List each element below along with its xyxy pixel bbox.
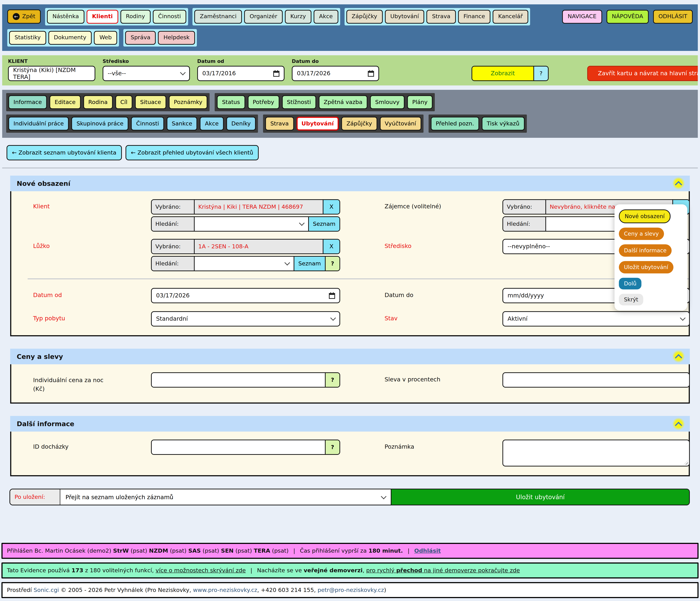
- nav-item-nastenka[interactable]: Nástěnka: [47, 10, 84, 24]
- nav-item-helpdesk[interactable]: Helpdesk: [158, 31, 195, 45]
- tab-potreby[interactable]: Potřeby: [248, 95, 279, 109]
- napoveda-button[interactable]: NÁPOVĚDA: [606, 10, 649, 24]
- nav-item-rodiny[interactable]: Rodiny: [120, 10, 150, 24]
- quickmenu-ceny-a-slevy[interactable]: Ceny a slevy: [619, 228, 664, 240]
- tab-rodina[interactable]: Rodina: [83, 95, 112, 109]
- stredisko-select[interactable]: --vše--: [103, 66, 190, 81]
- tab-plany[interactable]: Plány: [407, 95, 432, 109]
- tab-row-1: Informace Editace Rodina Cíl Situace Poz…: [6, 93, 694, 111]
- resize-handle[interactable]: [684, 460, 688, 465]
- id-dochazky-input[interactable]: [152, 440, 325, 454]
- nav-item-organizer[interactable]: Organizér: [244, 10, 283, 24]
- hiding-options-link[interactable]: více o možnostech skrývání zde: [155, 567, 246, 574]
- tab-deniky[interactable]: Deníky: [226, 116, 256, 130]
- poznamka-textarea[interactable]: [502, 440, 690, 467]
- stav-select[interactable]: Aktivní: [502, 311, 690, 326]
- odhlasit-link[interactable]: Odhlásit: [414, 548, 441, 554]
- cena-help-button[interactable]: ?: [325, 373, 340, 387]
- section-header: Nové obsazení: [10, 176, 690, 191]
- tab-stiznosti[interactable]: Stížnosti: [282, 95, 316, 109]
- klient-input[interactable]: Kristýna (Kiki) [NZDM TERA]: [8, 66, 95, 81]
- nav-item-kurzy[interactable]: Kurzy: [285, 10, 311, 24]
- tab-prehled-pozn[interactable]: Přehled pozn.: [431, 116, 479, 130]
- klient-clear-button[interactable]: X: [323, 200, 340, 214]
- tab-strava[interactable]: Strava: [265, 116, 294, 130]
- collapse-icon[interactable]: [672, 177, 685, 189]
- tab-smlouvy[interactable]: Smlouvy: [370, 95, 405, 109]
- typ-pobytu-select[interactable]: Standardní: [151, 311, 340, 326]
- tab-status[interactable]: Status: [217, 95, 245, 109]
- quickmenu-dalsi-informace[interactable]: Další informace: [619, 244, 672, 257]
- nav-item-ubytovani[interactable]: Ubytování: [385, 10, 424, 24]
- po-ulozeni-select[interactable]: Přejít na seznam uložených záznamů: [60, 489, 391, 505]
- typ-pobytu-field-label: Typ pobytu: [33, 311, 151, 321]
- ulozit-ubytovani-button[interactable]: Uložit ubytování: [391, 489, 689, 505]
- tab-cinnosti[interactable]: Činnosti: [131, 116, 164, 130]
- tab-individualni-prace[interactable]: Individuální práce: [8, 116, 69, 130]
- tab-skupinova-prace[interactable]: Skupinová práce: [72, 116, 129, 130]
- datum-od-input[interactable]: 03/17/2016: [197, 66, 284, 81]
- luzko-search-select[interactable]: [195, 257, 294, 270]
- tab-poznamky[interactable]: Poznámky: [169, 95, 207, 109]
- nav-item-kancelar[interactable]: Kancelář: [493, 10, 528, 24]
- tab-zpetna-vazba[interactable]: Zpětná vazba: [319, 95, 368, 109]
- nav-item-akce[interactable]: Akce: [314, 10, 338, 24]
- tab-editace[interactable]: Editace: [49, 95, 81, 109]
- nav-item-dokumenty[interactable]: Dokumenty: [48, 31, 92, 45]
- quickmenu-dolu[interactable]: Dolů: [619, 278, 642, 289]
- luzko-clear-button[interactable]: X: [323, 239, 340, 253]
- tab-ubytovani[interactable]: Ubytování: [296, 116, 339, 130]
- cena-input[interactable]: [152, 373, 325, 387]
- tab-tisk-vykazu[interactable]: Tisk výkazů: [482, 116, 525, 130]
- show-all-accommodation-button[interactable]: ← Zobrazit přehled ubytování všech klien…: [126, 145, 259, 160]
- luzko-seznam-button[interactable]: Seznam: [294, 257, 325, 270]
- tab-informace[interactable]: Informace: [8, 95, 47, 109]
- demo-switch-link[interactable]: pro rychlý přechod na jiné demoverze pok…: [366, 567, 520, 574]
- datum-do-input[interactable]: 03/17/2026: [292, 66, 379, 81]
- tab-akce[interactable]: Akce: [200, 116, 224, 130]
- tab-situace[interactable]: Situace: [135, 95, 166, 109]
- klient-search-select[interactable]: [195, 217, 308, 231]
- tab-zapujcky[interactable]: Zápůjčky: [342, 116, 377, 130]
- nav-item-cinnosti[interactable]: Činnosti: [153, 10, 186, 24]
- nav-item-strava[interactable]: Strava: [427, 10, 456, 24]
- nav-item-statistiky[interactable]: Statistiky: [9, 31, 46, 45]
- po-ulozeni-value: Přejít na seznam uložených záznamů: [66, 494, 173, 500]
- poznamka-field: [502, 440, 690, 467]
- luzko-help-button[interactable]: ?: [325, 257, 340, 270]
- navigace-button[interactable]: NAVIGACE: [562, 10, 602, 24]
- tab-sankce[interactable]: Sankce: [167, 116, 197, 130]
- quickmenu-ulozit-ubytovani[interactable]: Uložit ubytování: [619, 261, 673, 273]
- badge-strw: StrW: [113, 548, 129, 554]
- quickmenu-nove-obsazeni[interactable]: Nové obsazení: [619, 209, 671, 223]
- close-card-button[interactable]: Zavřít kartu a návrat na hlavní stranu: [587, 66, 698, 81]
- tab-group-vykazy: Přehled pozn. Tisk výkazů: [428, 114, 527, 133]
- section-ceny-a-slevy: Ceny a slevy Individuální cena za noc (K…: [10, 348, 690, 403]
- odhlasit-button[interactable]: ODHLÁSIT: [653, 10, 693, 24]
- tab-cil[interactable]: Cíl: [115, 95, 132, 109]
- collapse-icon[interactable]: [672, 418, 685, 430]
- filter-help-button[interactable]: ?: [533, 67, 548, 80]
- nav-item-web[interactable]: Web: [94, 31, 117, 45]
- show-client-accommodation-button[interactable]: ← Zobrazit seznam ubytování klienta: [6, 145, 122, 160]
- email-link[interactable]: petr@pro-neziskovky.cz: [318, 587, 384, 593]
- nav-item-sprava[interactable]: Správa: [125, 31, 156, 45]
- sonic-link[interactable]: Sonic.cgi: [34, 587, 59, 593]
- klient-seznam-button[interactable]: Seznam: [308, 217, 340, 231]
- nav-item-zapujcky[interactable]: Zápůjčky: [346, 10, 382, 24]
- tab-vyuctovani[interactable]: Vyúčtování: [380, 116, 421, 130]
- nav-item-klienti[interactable]: Klienti: [86, 10, 118, 24]
- nav-item-zamestnanci[interactable]: Zaměstnanci: [195, 10, 242, 24]
- calendar-icon: [329, 292, 335, 299]
- zobrazit-button[interactable]: Zobrazit: [472, 67, 533, 80]
- poznamka-field-label: Poznámka: [384, 440, 502, 450]
- website-link[interactable]: www.pro-neziskovky.cz: [193, 587, 257, 593]
- id-dochazky-help-button[interactable]: ?: [325, 440, 340, 454]
- collapse-icon[interactable]: [672, 350, 685, 363]
- nav-row-1: ← Zpět Nástěnka Klienti Rodiny Činnosti …: [7, 8, 693, 25]
- quickmenu-skryt[interactable]: Skrýt: [619, 294, 643, 305]
- back-button[interactable]: ← Zpět: [7, 10, 41, 24]
- sleva-input[interactable]: [502, 372, 690, 387]
- nav-item-finance[interactable]: Finance: [458, 10, 491, 24]
- datum-od-form-input[interactable]: 03/17/2026: [151, 288, 340, 303]
